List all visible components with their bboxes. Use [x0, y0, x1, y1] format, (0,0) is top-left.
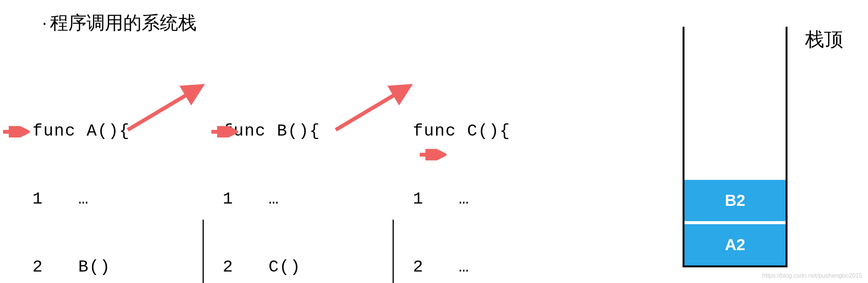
title-text: 程序调用的系统栈: [50, 13, 196, 33]
arrow-to-a-line2-icon: [3, 126, 30, 137]
stack-item-a2: A2: [684, 224, 786, 265]
svg-line-4: [336, 88, 406, 130]
stack-top-label: 栈顶: [805, 27, 843, 52]
func-a-l2-body: B(): [78, 256, 111, 278]
func-c-l1-num: 1: [413, 188, 459, 210]
func-a-l1-body: …: [78, 188, 89, 210]
divider-ab: [203, 220, 204, 283]
code-area: func A(){ 1… 2B() 3… } func B(){ 1… 2C()…: [32, 74, 510, 283]
func-a-header: func A(){: [32, 120, 130, 142]
func-a-l2-num: 2: [32, 256, 78, 278]
func-c-l2-body: …: [459, 256, 469, 278]
page-title: ·程序调用的系统栈: [42, 11, 196, 35]
stack-container: B2 A2: [683, 27, 787, 267]
func-b: func B(){ 1… 2C() 3… }: [211, 74, 320, 283]
func-b-l1-body: …: [269, 188, 279, 210]
arrow-b-to-c-icon: [332, 81, 416, 134]
func-b-l2-num: 2: [223, 256, 269, 278]
bullet: ·: [42, 12, 47, 33]
svg-line-3: [128, 88, 198, 130]
func-b-l2-body: C(): [269, 256, 301, 278]
func-a-l1-num: 1: [32, 188, 78, 210]
func-c-header: func C(){: [413, 120, 510, 142]
func-c-l1-body: …: [459, 188, 469, 210]
func-a: func A(){ 1… 2B() 3… }: [32, 74, 130, 283]
func-c: func C(){ 1… 2… 3… }: [401, 74, 510, 283]
stack-item-b2: B2: [684, 180, 786, 221]
arrow-to-b-line2-icon: [211, 126, 238, 137]
func-c-l2-num: 2: [413, 256, 459, 278]
divider-bc: [393, 220, 394, 283]
arrow-to-c-line3-icon: [420, 149, 446, 160]
watermark: https://blog.csdn.net/pushengbo2015: [762, 272, 862, 279]
arrow-a-to-b-icon: [124, 81, 208, 134]
func-b-l1-num: 1: [223, 188, 269, 210]
